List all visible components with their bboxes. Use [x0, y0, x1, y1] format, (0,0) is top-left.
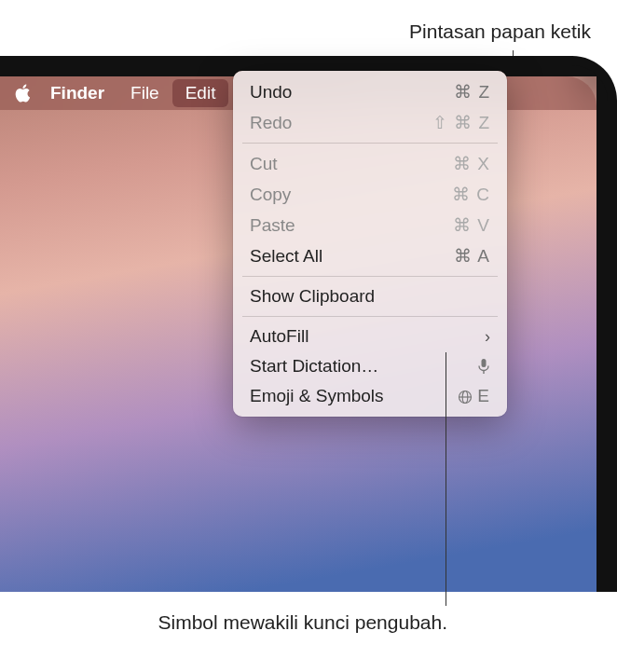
svg-rect-0: [482, 359, 487, 367]
menu-cut: Cut ⌘ X: [239, 148, 501, 179]
menu-label: Paste: [250, 215, 295, 236]
menu-label: Select All: [250, 246, 322, 267]
menu-shortcut: ⌘ A: [454, 245, 490, 267]
menu-shortcut: ⌘ V: [453, 214, 490, 236]
callout-modifier-symbol: Simbol mewakili kunci pengubah.: [140, 610, 447, 635]
menu-shortcut: ⌘ Z: [454, 81, 490, 103]
menu-separator: [242, 143, 498, 144]
callout-keyboard-shortcut: Pintasan papan ketik: [409, 21, 591, 43]
menu-emoji-symbols[interactable]: Emoji & Symbols E: [239, 381, 501, 411]
globe-icon: [458, 386, 473, 406]
menu-label: Cut: [250, 154, 278, 174]
menu-show-clipboard[interactable]: Show Clipboard: [239, 281, 501, 311]
menu-separator: [242, 276, 498, 277]
menu-shortcut: ⌘ X: [453, 153, 490, 174]
menu-shortcut: ⇧ ⌘ Z: [432, 112, 490, 133]
menu-label: Show Clipboard: [250, 286, 375, 307]
menu-shortcut: E: [458, 386, 490, 406]
menubar-edit[interactable]: Edit: [172, 79, 229, 107]
menu-label: Start Dictation…: [250, 356, 378, 377]
edit-menu-dropdown: Undo ⌘ Z Redo ⇧ ⌘ Z Cut ⌘ X Copy ⌘ C Pas…: [233, 71, 507, 417]
menu-redo: Redo ⇧ ⌘ Z: [239, 107, 501, 138]
menubar-file[interactable]: File: [117, 79, 172, 107]
menubar-app-name[interactable]: Finder: [37, 79, 117, 107]
chevron-right-icon: ›: [485, 327, 490, 347]
apple-menu-icon[interactable]: [7, 84, 37, 103]
menu-paste: Paste ⌘ V: [239, 210, 501, 240]
menu-separator: [242, 316, 498, 317]
menu-label: Copy: [250, 185, 291, 205]
menu-start-dictation[interactable]: Start Dictation…: [239, 351, 501, 381]
menu-autofill[interactable]: AutoFill ›: [239, 322, 501, 351]
menu-label: Redo: [250, 113, 292, 133]
mic-icon: [477, 358, 490, 375]
menu-undo[interactable]: Undo ⌘ Z: [239, 76, 501, 107]
menu-label: AutoFill: [250, 326, 308, 347]
menu-label: Emoji & Symbols: [250, 386, 384, 406]
menu-select-all[interactable]: Select All ⌘ A: [239, 240, 501, 271]
menu-copy: Copy ⌘ C: [239, 179, 501, 210]
callout-line-bottom: [446, 352, 446, 606]
menu-label: Undo: [250, 82, 292, 103]
menu-shortcut: ⌘ C: [452, 184, 490, 205]
